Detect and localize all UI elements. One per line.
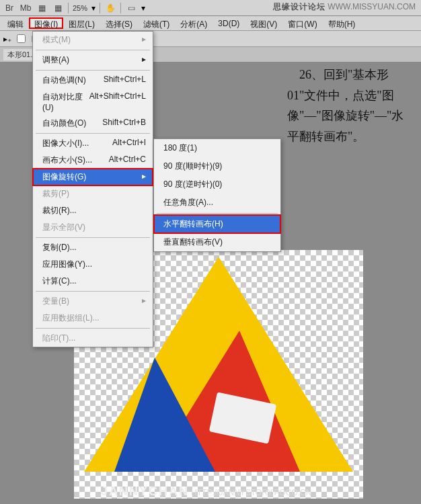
menu-layer[interactable]: 图层(L) — [63, 17, 100, 29]
menu-variables[interactable]: 变量(B) — [33, 293, 153, 310]
menu-apply-dataset[interactable]: 应用数据组(L)... — [33, 310, 153, 327]
watermark-top: 思缘设计论坛 WWW.MISSYUAN.COM — [273, 1, 416, 13]
menu-help[interactable]: 帮助(H) — [323, 17, 361, 29]
menu-rotate-90ccw[interactable]: 90 度(逆时针)(0) — [154, 175, 280, 194]
zoom-value[interactable]: 25% — [73, 4, 87, 12]
grid2-icon[interactable]: ▦ — [52, 2, 64, 14]
menu-auto-contrast[interactable]: 自动对比度(U)Alt+Shift+Ctrl+L — [33, 89, 153, 115]
menu-rotate-arbitrary[interactable]: 任意角度(A)... — [154, 194, 280, 212]
separator — [36, 328, 150, 329]
menu-rotate-180[interactable]: 180 度(1) — [154, 139, 280, 157]
menu-edit[interactable]: 编辑 — [2, 17, 29, 29]
separator — [120, 3, 121, 13]
image-rotation-submenu: 180 度(1) 90 度(顺时针)(9) 90 度(逆时针)(0) 任意角度(… — [153, 138, 281, 252]
menu-image-rotation[interactable]: 图像旋转(G) — [33, 169, 153, 185]
triangle-blue — [114, 358, 215, 472]
separator — [68, 3, 69, 13]
menu-image[interactable]: 图像(I) — [29, 17, 63, 29]
menu-window[interactable]: 窗口(W) — [282, 17, 322, 29]
bridge-icon[interactable]: Br — [3, 2, 15, 14]
menu-auto-color[interactable]: 自动颜色(O)Shift+Ctrl+B — [33, 115, 153, 132]
instruction-text: 26、回到"基本形01"文件中，点选"图像"—"图像旋转"—"水平翻转画布"。 — [287, 65, 412, 146]
image-menu-dropdown: 模式(M) 调整(A) 自动色调(N)Shift+Ctrl+L 自动对比度(U)… — [32, 31, 153, 347]
chevron-down-icon[interactable]: ▾ — [141, 3, 145, 13]
move-icon[interactable]: ▸₊ — [3, 34, 11, 44]
grid-icon[interactable]: ▦ — [36, 2, 48, 14]
separator — [36, 237, 150, 238]
separator — [36, 70, 150, 71]
auto-select-checkbox[interactable] — [17, 34, 26, 43]
hand-icon[interactable]: ✋ — [104, 2, 116, 14]
chevron-down-icon[interactable]: ▾ — [91, 3, 95, 13]
watermark-bottom: JANNYCHAN HTTP://JANNYSTORY.POCO.CN — [101, 485, 311, 499]
screen-icon[interactable]: ▭ — [125, 2, 137, 14]
menu-rotate-90cw[interactable]: 90 度(顺时针)(9) — [154, 157, 280, 175]
menu-canvas-size[interactable]: 画布大小(S)...Alt+Ctrl+C — [33, 152, 153, 169]
menu-trim[interactable]: 裁切(R)... — [33, 202, 153, 219]
menu-analysis[interactable]: 分析(A) — [175, 17, 213, 29]
menu-select[interactable]: 选择(S) — [100, 17, 138, 29]
menu-mode[interactable]: 模式(M) — [33, 32, 153, 48]
menu-auto-tone[interactable]: 自动色调(N)Shift+Ctrl+L — [33, 72, 153, 89]
menu-crop[interactable]: 裁剪(P) — [33, 185, 153, 202]
menu-adjustments[interactable]: 调整(A) — [33, 52, 153, 69]
separator — [36, 50, 150, 50]
menu-image-size[interactable]: 图像大小(I)...Alt+Ctrl+I — [33, 135, 153, 152]
menu-apply-image[interactable]: 应用图像(Y)... — [33, 256, 153, 273]
separator — [36, 291, 150, 292]
menu-flip-horizontal[interactable]: 水平翻转画布(H) — [154, 215, 280, 233]
menu-trap[interactable]: 陷印(T)... — [33, 330, 153, 347]
minibridge-icon[interactable]: Mb — [20, 2, 32, 14]
separator — [157, 213, 278, 214]
menu-flip-vertical[interactable]: 垂直翻转画布(V) — [154, 233, 280, 251]
menu-filter[interactable]: 滤镜(T) — [138, 17, 175, 29]
menu-duplicate[interactable]: 复制(D)... — [33, 239, 153, 256]
menubar: 编辑 图像(I) 图层(L) 选择(S) 滤镜(T) 分析(A) 3D(D) 视… — [0, 16, 421, 31]
menu-view[interactable]: 视图(V) — [245, 17, 282, 29]
menu-reveal-all[interactable]: 显示全部(V) — [33, 219, 153, 236]
menu-3d[interactable]: 3D(D) — [213, 17, 245, 29]
separator — [36, 133, 150, 134]
menu-calculations[interactable]: 计算(C)... — [33, 273, 153, 290]
separator — [100, 3, 100, 13]
